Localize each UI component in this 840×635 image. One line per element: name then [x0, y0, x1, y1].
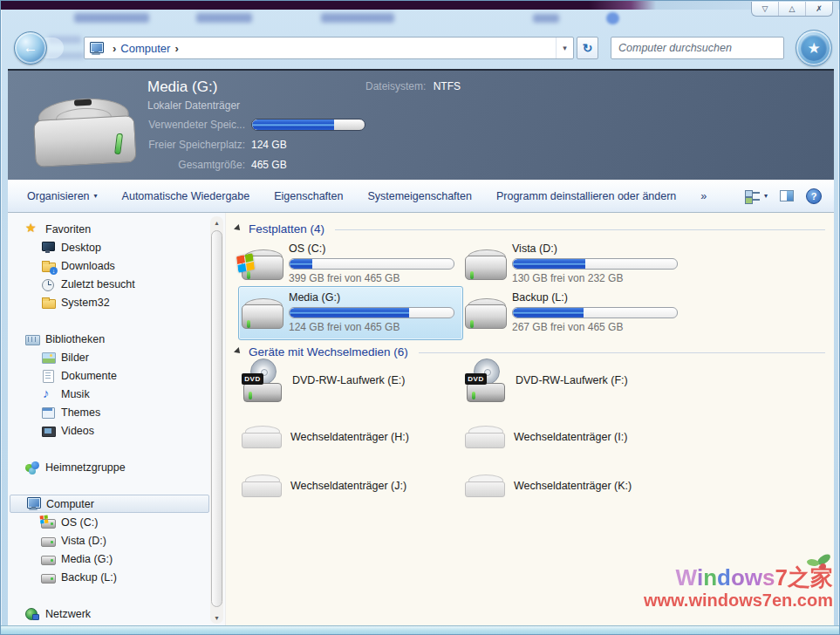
breadcrumb-location[interactable]: Computer: [120, 42, 170, 55]
sidebar-item-bibliotheken[interactable]: Bibliotheken: [8, 330, 225, 348]
free-space-value: 124 GB: [251, 139, 287, 151]
drive-tile-vista-d[interactable]: Vista (D:) 130 GB frei von 232 GB: [465, 242, 683, 288]
total-size-value: 465 GB: [251, 159, 287, 171]
filesystem-row: Dateisystem: NTFS: [365, 80, 461, 92]
capacity-bar: [289, 258, 454, 270]
breadcrumb-chevron-icon[interactable]: ›: [174, 43, 178, 54]
back-button[interactable]: ←: [14, 31, 47, 65]
sidebar-item-desktop[interactable]: Desktop: [8, 238, 225, 256]
device-removable-j[interactable]: Wechseldatenträger (J:): [242, 471, 406, 501]
maximize-icon: △: [789, 4, 796, 13]
os-drive-icon: [41, 516, 56, 529]
computer-icon: [26, 497, 41, 511]
collapse-triangle-icon: [234, 224, 242, 233]
sidebar-item-heimnetzgruppe[interactable]: Heimnetzgruppe: [8, 458, 225, 476]
help-button[interactable]: ?: [806, 188, 822, 204]
question-icon: ?: [811, 191, 817, 201]
total-size-label: Gesamtgröße:: [130, 159, 245, 171]
group-title: Geräte mit Wechselmedien (6): [249, 345, 408, 358]
toolbar-right-group: ▾ ?: [745, 180, 822, 212]
hard-drive-icon: [242, 298, 283, 331]
scroll-down-button[interactable]: ▾: [210, 611, 223, 624]
capacity-bar: [289, 307, 454, 318]
refresh-button[interactable]: ↻: [577, 37, 598, 59]
properties-button[interactable]: Eigenschaften: [274, 190, 343, 202]
ghost-tabs-row: [1, 10, 840, 29]
selected-drive-type: Lokaler Datenträger: [147, 99, 240, 112]
sidebar-item-bilder[interactable]: Bilder: [8, 348, 225, 366]
preview-pane-button[interactable]: [780, 190, 794, 201]
removable-drive-icon: [242, 426, 282, 448]
sidebar-item-favoriten[interactable]: Favoriten: [8, 220, 225, 238]
sidebar-item-dokumente[interactable]: Dokumente: [8, 366, 225, 385]
address-bar[interactable]: › Computer › ▾: [84, 37, 574, 59]
favorites-star-button[interactable]: ★: [796, 30, 832, 66]
maximize-button[interactable]: △: [778, 2, 805, 16]
sidebar-item-zuletzt-besucht[interactable]: Zuletzt besucht: [8, 275, 225, 293]
device-removable-h[interactable]: Wechseldatenträger (H:): [242, 422, 409, 452]
computer-icon: [89, 42, 103, 55]
drive-name: Backup (L:): [512, 291, 680, 305]
hard-drive-icon: [465, 249, 507, 283]
device-name: Wechseldatenträger (J:): [290, 480, 406, 492]
sidebar-item-computer[interactable]: Computer: [10, 495, 209, 513]
sidebar-item-netzwerk[interactable]: Netzwerk: [8, 604, 225, 623]
capacity-fill: [513, 259, 585, 269]
ghost-button-blob: [606, 12, 619, 24]
capacity-bar: [512, 307, 678, 318]
dvd-drive-icon: DVD: [242, 358, 283, 402]
sidebar-item-system32[interactable]: System32: [8, 293, 225, 311]
breadcrumb-chevron-icon[interactable]: ›: [113, 43, 116, 54]
device-removable-i[interactable]: Wechseldatenträger (I:): [465, 422, 627, 452]
system-properties-button[interactable]: Systemeigenschaften: [367, 190, 472, 202]
window-bottom-frame: [1, 625, 840, 635]
content-area: Favoriten Desktop ↓Downloads Zuletzt bes…: [8, 213, 834, 627]
sidebar-item-musik[interactable]: Musik: [8, 385, 225, 403]
sidebar-item-backup-l[interactable]: Backup (L:): [8, 568, 225, 586]
scroll-up-button[interactable]: ▴: [210, 216, 223, 229]
group-divider-line: [335, 229, 825, 230]
drive-tile-os-c[interactable]: OS (C:) 399 GB frei von 465 GB: [242, 242, 460, 288]
autoplay-button[interactable]: Automatische Wiedergabe: [122, 190, 250, 202]
chevron-down-icon: ▾: [563, 44, 567, 52]
sidebar-scrollbar[interactable]: ▴ ▾: [210, 216, 223, 624]
drive-name: Media (G:): [289, 291, 456, 305]
scrollbar-thumb[interactable]: [211, 230, 222, 607]
device-dvd-e[interactable]: DVD DVD-RW-Laufwerk (E:): [242, 358, 405, 403]
drive-tile-media-g-selected[interactable]: Media (G:) 124 GB frei von 465 GB: [242, 291, 460, 337]
back-arrow-icon: ←: [24, 39, 38, 57]
sidebar-item-themes[interactable]: Themes: [8, 403, 225, 421]
drive-tile-backup-l[interactable]: Backup (L:) 267 GB frei von 465 GB: [465, 291, 683, 337]
capacity-bar: [512, 258, 678, 270]
close-button[interactable]: ✗: [805, 2, 832, 16]
device-dvd-f[interactable]: DVD DVD-RW-Laufwerk (F:): [465, 358, 628, 403]
uninstall-program-button[interactable]: Programm deinstallieren oder ändern: [496, 190, 676, 202]
used-space-bar: [251, 119, 365, 131]
removable-drive-icon: [242, 475, 282, 497]
sidebar-item-downloads[interactable]: ↓Downloads: [8, 256, 225, 275]
sidebar-item-media-g[interactable]: Media (G:): [8, 550, 225, 568]
sidebar-item-videos[interactable]: Videos: [8, 421, 225, 440]
drive-free-space: 267 GB frei von 465 GB: [512, 321, 680, 333]
organize-button[interactable]: Organisieren ▾: [27, 190, 98, 202]
group-title: Festplatten (4): [249, 222, 324, 236]
used-space-label: Verwendeter Speic...: [130, 119, 245, 131]
minimize-button[interactable]: ▽: [752, 2, 778, 16]
drive-free-space: 399 GB frei von 465 GB: [289, 272, 456, 284]
search-input[interactable]: [611, 38, 783, 58]
device-removable-k[interactable]: Wechseldatenträger (K:): [465, 471, 632, 501]
address-dropdown-button[interactable]: ▾: [556, 38, 573, 58]
capacity-fill: [290, 308, 409, 318]
group-divider-line: [419, 352, 825, 353]
change-view-button[interactable]: ▾: [745, 190, 768, 202]
sidebar-item-vista-d[interactable]: Vista (D:): [8, 531, 225, 550]
libraries-icon: [25, 332, 40, 346]
group-header-hard-disks[interactable]: Festplatten (4): [235, 221, 825, 236]
filesystem-label: Dateisystem:: [365, 80, 426, 92]
sidebar-item-os-c[interactable]: OS (C:): [8, 513, 225, 531]
drive-free-space: 130 GB frei von 232 GB: [512, 272, 680, 284]
filesystem-value: NTFS: [434, 80, 461, 92]
sidebar-spacer: [8, 440, 225, 458]
downloads-icon: ↓: [41, 259, 56, 273]
more-commands-button[interactable]: »: [700, 190, 707, 202]
